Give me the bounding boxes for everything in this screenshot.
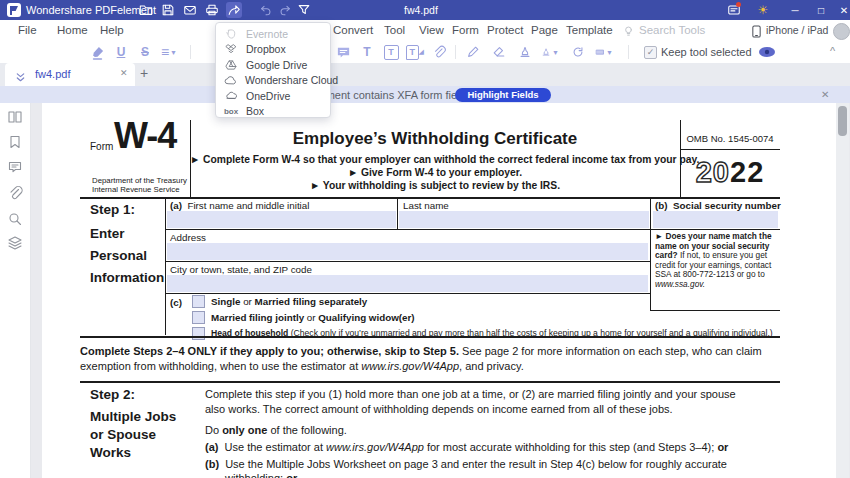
save-icon[interactable] — [160, 2, 176, 18]
tab-template[interactable]: Template — [566, 24, 613, 36]
minimize-button[interactable]: ─ — [782, 0, 808, 20]
box-icon: box — [224, 104, 238, 118]
text-icon[interactable]: T — [358, 43, 376, 61]
tab-protect[interactable]: Protect — [487, 24, 523, 36]
tool-bar: U S ≡▼ T T T◢ ▼ ▼ ✓ Keep tool selected ^ — [0, 41, 850, 64]
undo-icon[interactable] — [258, 2, 274, 18]
form-word: Form — [90, 141, 113, 152]
print-icon[interactable] — [204, 2, 220, 18]
form-bullet2: ► Give Form W-4 to your employer. — [190, 167, 680, 178]
strikethrough-icon[interactable]: S — [136, 43, 154, 61]
account-avatar[interactable] — [833, 23, 850, 40]
share-icon[interactable] — [226, 2, 242, 18]
email-icon[interactable] — [182, 2, 198, 18]
middle-instructions: Complete Steps 2–4 ONLY if they apply to… — [80, 344, 780, 373]
step2-p2: Do only one of the following. — [205, 424, 347, 436]
dept-line2: Internal Revenue Service — [92, 185, 180, 194]
document-tab[interactable]: fw4.pdf ✕ — [5, 63, 135, 86]
callout-textbox-icon[interactable]: T◢ — [406, 43, 424, 61]
city-input[interactable] — [167, 275, 648, 292]
stamp-icon[interactable] — [516, 43, 534, 61]
dropdown-item-dropbox[interactable]: Dropbox — [216, 42, 330, 57]
address-input[interactable] — [167, 243, 648, 260]
collapse-toolbar-icon[interactable]: ^ — [830, 45, 835, 57]
menu-bar: File Home Help Convert Tool View Form Pr… — [0, 20, 850, 42]
step1-sub2: Personal — [90, 248, 147, 263]
menu-help[interactable]: Help — [100, 24, 124, 36]
stamp-dropdown-icon[interactable]: ▼ — [541, 43, 559, 61]
share-dropdown-menu: Evernote Dropbox Google Drive Wondershar… — [215, 22, 331, 118]
line-tools-icon[interactable]: ≡▼ — [160, 43, 178, 61]
ssn-input[interactable] — [653, 211, 778, 228]
last-name-input[interactable] — [399, 211, 649, 228]
keep-tool-label[interactable]: Keep tool selected — [661, 46, 752, 58]
double-chevron-down-icon[interactable] — [15, 69, 26, 87]
visibility-eye-icon[interactable] — [758, 43, 776, 61]
dropdown-item-onedrive[interactable]: OneDrive — [216, 88, 330, 103]
head-of-household-checkbox[interactable] — [192, 327, 205, 340]
field-c-label: (c) — [170, 297, 182, 308]
textbox-icon[interactable]: T — [382, 43, 400, 61]
tab-form[interactable]: Form — [452, 24, 479, 36]
dropdown-item-wondershare-cloud[interactable]: Wondershare Cloud — [216, 73, 330, 88]
app-logo — [7, 3, 21, 17]
new-tab-button[interactable]: + — [140, 65, 148, 81]
tab-view[interactable]: View — [419, 24, 444, 36]
dropdown-item-box[interactable]: box Box — [216, 104, 330, 119]
iphone-ipad-label[interactable]: iPhone / iPad — [766, 24, 828, 36]
menu-home[interactable]: Home — [57, 24, 88, 36]
notification-close-icon[interactable]: ✕ — [821, 89, 829, 100]
layers-panel-icon[interactable] — [7, 235, 23, 251]
comments-panel-icon[interactable] — [7, 159, 23, 175]
ssn-note: ► Does your name match the name on your … — [655, 232, 778, 290]
attach-file-icon[interactable] — [430, 43, 448, 61]
search-tools-lamp-icon[interactable] — [622, 24, 635, 37]
tab-convert[interactable]: Convert — [333, 24, 373, 36]
funnel-icon[interactable] — [296, 2, 312, 18]
tab-page[interactable]: Page — [531, 24, 558, 36]
document-tab-bar: fw4.pdf ✕ + — [0, 63, 850, 87]
dropdown-item-google-drive[interactable]: Google Drive — [216, 57, 330, 72]
thumbnails-icon[interactable] — [7, 109, 23, 125]
iphone-ipad-icon[interactable] — [751, 24, 763, 37]
married-jointly-checkbox[interactable] — [192, 311, 205, 324]
theme-sun-icon[interactable]: ☀ — [755, 2, 771, 18]
open-folder-icon[interactable] — [138, 2, 154, 18]
single-checkbox[interactable] — [192, 295, 205, 308]
redo-icon[interactable] — [277, 2, 293, 18]
left-panel-sidebar — [0, 103, 31, 478]
last-name-label: Last name — [403, 200, 449, 211]
vertical-scrollbar-track[interactable] — [836, 103, 849, 478]
comment-icon[interactable] — [334, 43, 352, 61]
search-tools-label[interactable]: Search Tools — [639, 24, 705, 36]
highlight-fields-button[interactable]: Highlight Fields — [455, 88, 551, 102]
lasso-icon[interactable] — [569, 43, 587, 61]
bookmarks-icon[interactable] — [7, 134, 23, 150]
field-a-text: First name and middle initial — [187, 200, 309, 211]
search-panel-icon[interactable] — [7, 211, 23, 227]
wondershare-cloud-icon — [224, 73, 237, 87]
menu-file[interactable]: File — [18, 24, 37, 36]
form-bullet1: ► Complete Form W-4 so that your employe… — [190, 154, 680, 165]
tab-close-icon[interactable]: ✕ — [120, 68, 128, 78]
dropbox-icon — [224, 42, 238, 56]
notification-bar: This document contains XFA form fields. … — [0, 86, 850, 103]
document-tab-label: fw4.pdf — [35, 68, 70, 80]
underline-icon[interactable]: U — [112, 43, 130, 61]
attachments-panel-icon[interactable] — [7, 185, 23, 201]
message-icon[interactable] — [726, 2, 742, 18]
area-highlight-icon[interactable]: ▼ — [595, 43, 613, 61]
highlighter-icon[interactable] — [88, 43, 106, 61]
step1-label: Step 1: — [90, 202, 135, 217]
step1-sub1: Enter — [90, 226, 125, 241]
pencil-icon[interactable] — [464, 43, 482, 61]
keep-tool-checkbox[interactable]: ✓ — [644, 46, 657, 59]
close-button[interactable]: ✕ — [831, 0, 850, 20]
vertical-scrollbar-thumb[interactable] — [838, 106, 847, 136]
form-title: Employee’s Withholding Certificate — [190, 129, 680, 149]
eraser-icon[interactable] — [490, 43, 508, 61]
step2-option-a: (a) Use the estimator at www.irs.gov/W4A… — [205, 441, 728, 453]
tab-tool[interactable]: Tool — [384, 24, 405, 36]
address-label: Address — [170, 232, 206, 243]
first-name-input[interactable] — [167, 211, 396, 228]
